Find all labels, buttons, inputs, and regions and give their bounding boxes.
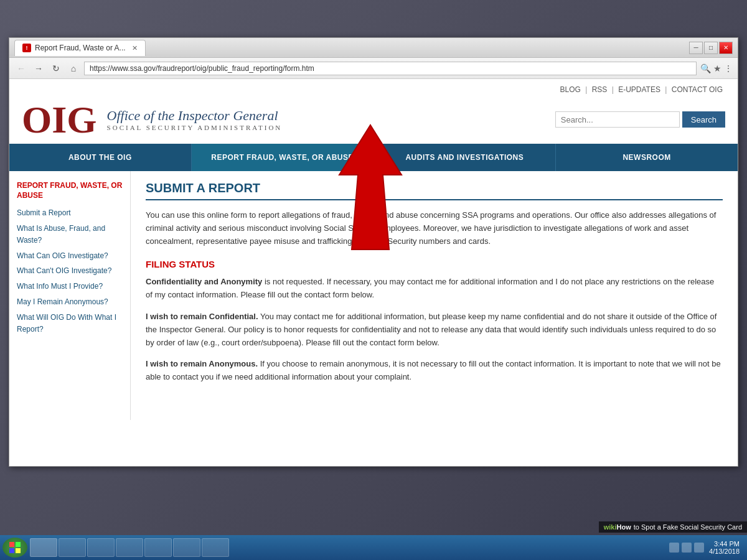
- wiki-prefix: wiki: [604, 523, 617, 531]
- para-remain-anonymous: I wish to remain Anonymous. If you choos…: [146, 358, 723, 384]
- oig-logo: OIG: [22, 100, 97, 139]
- taskbar: 3:44 PM 4/13/2018: [0, 535, 747, 560]
- oig-logo-area: OIG Office of the Inspector General SOCI…: [22, 100, 282, 139]
- content-area: REPORT FRAUD, WASTE, OR ABUSE Submit a R…: [9, 171, 738, 420]
- clock-date: 4/13/2018: [709, 548, 740, 555]
- wiki-logo-text: wikiHow: [604, 523, 631, 531]
- tray-icons: [669, 543, 704, 553]
- header-main: OIG Office of the Inspector General SOCI…: [22, 100, 725, 139]
- oig-header: BLOG | RSS | E-UPDATES | CONTACT OIG OIG…: [9, 79, 738, 144]
- sidebar-abuse-link[interactable]: What Is Abuse, Fraud, and Waste?: [17, 224, 105, 245]
- wikihow-title: to Spot a Fake Social Security Card: [634, 523, 742, 531]
- taskbar-item[interactable]: [116, 538, 143, 557]
- sidebar-submit-link[interactable]: Submit a Report: [17, 208, 71, 217]
- tab-title: Report Fraud, Waste or A...: [35, 44, 126, 52]
- address-bar: ← → ↻ ⌂ 🔍 ★ ⋮: [9, 58, 738, 79]
- tray-icon-battery: [694, 543, 704, 553]
- separator-1: |: [585, 85, 589, 94]
- reload-button[interactable]: ↻: [49, 62, 63, 75]
- sidebar-heading: REPORT FRAUD, WASTE, OR ABUSE: [17, 181, 123, 200]
- taskbar-item[interactable]: [59, 538, 86, 557]
- search-input[interactable]: [555, 111, 680, 128]
- home-button[interactable]: ⌂: [67, 62, 80, 75]
- wikihow-watermark: wikiHow to Spot a Fake Social Security C…: [599, 521, 747, 533]
- search-button[interactable]: Search: [682, 111, 725, 128]
- address-input[interactable]: [84, 62, 697, 75]
- taskbar-item[interactable]: [173, 538, 200, 557]
- minimize-button[interactable]: ─: [689, 42, 703, 54]
- page-title: SUBMIT A REPORT: [146, 181, 723, 200]
- back-button[interactable]: ←: [14, 62, 28, 75]
- rss-link[interactable]: RSS: [592, 85, 608, 94]
- desktop: ! Report Fraud, Waste or A... ✕ ─ □ ✕ ← …: [0, 0, 747, 560]
- svg-rect-1: [9, 542, 14, 547]
- svg-rect-3: [9, 548, 14, 553]
- forward-button[interactable]: →: [32, 62, 45, 75]
- nav-about[interactable]: ABOUT THE OIG: [9, 144, 192, 171]
- sidebar-links: Submit a Report What Is Abuse, Fraud, an…: [17, 207, 123, 334]
- taskbar-item[interactable]: [144, 538, 172, 557]
- sidebar-investigate-link[interactable]: What Can OIG Investigate?: [17, 251, 108, 260]
- para3-label: I wish to remain Anonymous.: [146, 359, 258, 368]
- windows-logo-icon: [9, 541, 21, 554]
- sidebar-cantinvestigate-link[interactable]: What Can't OIG Investigate?: [17, 266, 111, 275]
- list-item: Submit a Report: [17, 207, 123, 218]
- window-controls: ─ □ ✕: [689, 42, 733, 54]
- title-bar: ! Report Fraud, Waste or A... ✕ ─ □ ✕: [9, 38, 738, 58]
- nav-report[interactable]: REPORT FRAUD, WASTE, OR ABUSE: [192, 144, 374, 171]
- bookmark-icon[interactable]: ★: [713, 63, 721, 73]
- wiki-how-text: How: [617, 523, 631, 531]
- sidebar: REPORT FRAUD, WASTE, OR ABUSE Submit a R…: [9, 171, 131, 420]
- taskbar-items: [30, 538, 664, 557]
- list-item: What Can OIG Investigate?: [17, 250, 123, 261]
- zoom-icon[interactable]: 🔍: [700, 63, 711, 73]
- taskbar-item[interactable]: [30, 538, 57, 557]
- nav-newsroom[interactable]: NEWSROOM: [556, 144, 738, 171]
- browser-tab[interactable]: ! Report Fraud, Waste or A... ✕: [14, 40, 146, 56]
- clock-time: 3:44 PM: [709, 540, 740, 548]
- list-item: May I Remain Anonymous?: [17, 296, 123, 307]
- search-area: Search: [555, 111, 725, 128]
- tray-icon-volume: [682, 543, 692, 553]
- maximize-button[interactable]: □: [704, 42, 718, 54]
- separator-2: |: [612, 85, 616, 94]
- time-display: 3:44 PM 4/13/2018: [709, 540, 740, 555]
- list-item: What Will OIG Do With What I Report?: [17, 311, 123, 335]
- sidebar-anonymous-link[interactable]: May I Remain Anonymous?: [17, 297, 108, 306]
- oig-title-text: Office of the Inspector General SOCIAL S…: [107, 108, 283, 131]
- tray-icon-network: [669, 543, 679, 553]
- address-icons: 🔍 ★ ⋮: [700, 63, 733, 73]
- top-links: BLOG | RSS | E-UPDATES | CONTACT OIG: [22, 85, 725, 94]
- para1-label: Confidentiality and Anonymity: [146, 277, 262, 286]
- list-item: What Is Abuse, Fraud, and Waste?: [17, 222, 123, 246]
- website-content: BLOG | RSS | E-UPDATES | CONTACT OIG OIG…: [9, 79, 738, 466]
- contact-link[interactable]: CONTACT OIG: [672, 85, 723, 94]
- taskbar-item[interactable]: [202, 538, 229, 557]
- menu-icon[interactable]: ⋮: [724, 63, 733, 73]
- nav-audits[interactable]: AUDITS AND INVESTIGATIONS: [374, 144, 557, 171]
- oig-sub-title: SOCIAL SECURITY ADMINISTRATION: [107, 124, 283, 131]
- svg-rect-2: [16, 542, 21, 547]
- blog-link[interactable]: BLOG: [560, 85, 581, 94]
- para-remain-confidential: I wish to remain Confidential. You may c…: [146, 310, 723, 349]
- intro-text: You can use this online form to report a…: [146, 209, 723, 248]
- para2-label: I wish to remain Confidential.: [146, 312, 258, 321]
- close-button[interactable]: ✕: [719, 42, 733, 54]
- nav-bar: ABOUT THE OIG REPORT FRAUD, WASTE, OR AB…: [9, 144, 738, 171]
- list-item: What Can't OIG Investigate?: [17, 264, 123, 276]
- start-button[interactable]: [2, 538, 27, 558]
- oig-main-title: Office of the Inspector General: [107, 108, 283, 124]
- main-content: SUBMIT A REPORT You can use this online …: [131, 171, 738, 420]
- sidebar-oigdo-link[interactable]: What Will OIG Do With What I Report?: [17, 313, 116, 334]
- eupdates-link[interactable]: E-UPDATES: [618, 85, 660, 94]
- svg-rect-4: [16, 548, 21, 553]
- tab-close-button[interactable]: ✕: [132, 44, 138, 52]
- sidebar-info-link[interactable]: What Info Must I Provide?: [17, 282, 103, 291]
- separator-3: |: [665, 85, 669, 94]
- filing-status-heading: FILING STATUS: [146, 259, 723, 269]
- tab-favicon: !: [22, 44, 31, 52]
- list-item: What Info Must I Provide?: [17, 280, 123, 292]
- para-confidentiality: Confidentiality and Anonymity is not req…: [146, 276, 723, 302]
- taskbar-item[interactable]: [87, 538, 115, 557]
- browser-window: ! Report Fraud, Waste or A... ✕ ─ □ ✕ ← …: [9, 37, 738, 467]
